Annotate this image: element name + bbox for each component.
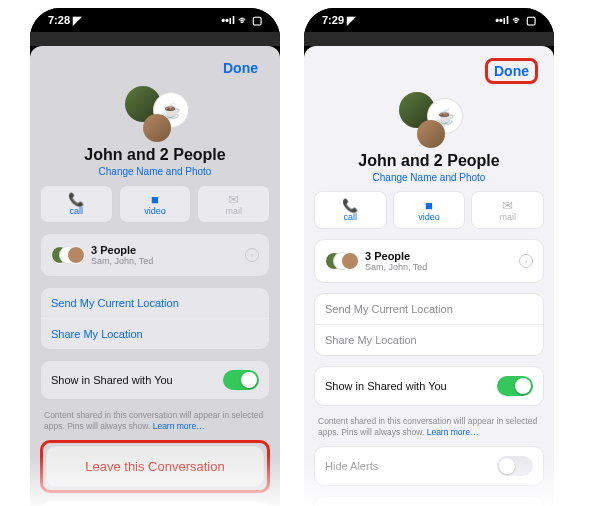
location-icon: ◤ xyxy=(73,14,81,26)
shared-with-you-toggle[interactable] xyxy=(497,376,533,396)
people-names: Sam, John, Ted xyxy=(365,262,427,272)
conversation-title: John and 2 People xyxy=(40,146,270,164)
done-button[interactable]: Done xyxy=(217,58,264,78)
details-sheet: Done ☕ John and 2 People Change Name and… xyxy=(304,46,554,506)
status-time: 7:28 xyxy=(48,14,70,26)
mail-icon: ✉ xyxy=(228,193,239,206)
screenshot-right: 7:29 ◤ ••ıl ᯤ ▢ Done ☕ John and 2 People… xyxy=(304,8,554,506)
share-my-location-row[interactable]: Share My Location xyxy=(315,324,543,355)
battery-icon: ▢ xyxy=(526,14,536,27)
wifi-icon: ᯤ xyxy=(238,14,249,26)
avatar-image xyxy=(417,120,445,148)
highlight-leave: Leave this Conversation xyxy=(40,440,270,493)
people-names: Sam, John, Ted xyxy=(91,256,153,266)
signal-icon: ••ıl xyxy=(221,14,235,26)
video-button[interactable]: ■ video xyxy=(393,191,466,229)
mail-button: ✉ mail xyxy=(471,191,544,229)
details-sheet: Done ☕ John and 2 People Change Name and… xyxy=(30,46,280,506)
call-button[interactable]: 📞 call xyxy=(314,191,387,229)
mail-button: ✉ mail xyxy=(197,185,270,223)
change-name-photo-link[interactable]: Change Name and Photo xyxy=(40,166,270,177)
screenshot-left: 7:28 ◤ ••ıl ᯤ ▢ Done ☕ John and 2 People… xyxy=(30,8,280,506)
shared-with-you-toggle[interactable] xyxy=(223,370,259,390)
mini-avatars xyxy=(325,249,359,273)
chevron-right-icon: › xyxy=(245,248,259,262)
share-my-location-row[interactable]: Share My Location xyxy=(41,318,269,349)
mail-label: mail xyxy=(499,212,516,222)
shared-with-you-info: Content shared in this conversation will… xyxy=(314,416,544,446)
done-button[interactable]: Done xyxy=(485,58,538,84)
status-bar: 7:28 ◤ ••ıl ᯤ ▢ xyxy=(30,8,280,32)
hide-alerts-row: Hide Alerts xyxy=(315,447,543,485)
chevron-right-icon: › xyxy=(519,254,533,268)
people-row[interactable]: 3 People Sam, John, Ted › xyxy=(315,240,543,282)
group-avatar-cluster: ☕ xyxy=(393,92,465,148)
leave-conversation-row[interactable]: Leave this Conversation xyxy=(315,497,543,506)
people-count: 3 People xyxy=(365,250,427,262)
call-button[interactable]: 📞 call xyxy=(40,185,113,223)
avatar-image xyxy=(143,114,171,142)
hide-alerts-toggle[interactable] xyxy=(497,456,533,476)
video-icon: ■ xyxy=(151,193,159,206)
phone-icon: 📞 xyxy=(68,193,84,206)
wifi-icon: ᯤ xyxy=(512,14,523,26)
cancel-button[interactable]: Cancel xyxy=(40,501,270,506)
learn-more-link[interactable]: Learn more… xyxy=(153,421,205,431)
call-label: call xyxy=(344,212,358,222)
mini-avatars xyxy=(51,243,85,267)
shared-with-you-info: Content shared in this conversation will… xyxy=(40,410,270,440)
send-current-location-row[interactable]: Send My Current Location xyxy=(315,294,543,324)
send-current-location-row[interactable]: Send My Current Location xyxy=(41,288,269,318)
people-count: 3 People xyxy=(91,244,153,256)
video-label: video xyxy=(418,212,440,222)
call-label: call xyxy=(70,206,84,216)
mail-label: mail xyxy=(225,206,242,216)
change-name-photo-link[interactable]: Change Name and Photo xyxy=(314,172,544,183)
video-label: video xyxy=(144,206,166,216)
mail-icon: ✉ xyxy=(502,199,513,212)
status-time: 7:29 xyxy=(322,14,344,26)
shared-with-you-row: Show in Shared with You xyxy=(41,361,269,399)
video-button[interactable]: ■ video xyxy=(119,185,192,223)
learn-more-link[interactable]: Learn more… xyxy=(427,427,479,437)
status-bar: 7:29 ◤ ••ıl ᯤ ▢ xyxy=(304,8,554,32)
location-icon: ◤ xyxy=(347,14,355,26)
phone-icon: 📞 xyxy=(342,199,358,212)
signal-icon: ••ıl xyxy=(495,14,509,26)
people-row[interactable]: 3 People Sam, John, Ted › xyxy=(41,234,269,276)
video-icon: ■ xyxy=(425,199,433,212)
leave-conversation-button[interactable]: Leave this Conversation xyxy=(46,446,264,487)
shared-with-you-row: Show in Shared with You xyxy=(315,367,543,405)
battery-icon: ▢ xyxy=(252,14,262,27)
group-avatar-cluster: ☕ xyxy=(119,86,191,142)
conversation-title: John and 2 People xyxy=(314,152,544,170)
